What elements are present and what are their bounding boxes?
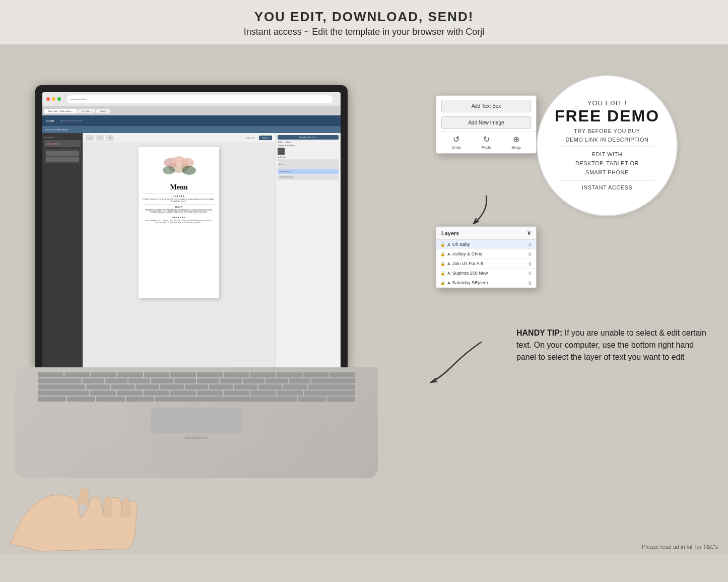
browser-chrome: corjl.com/orders [42,92,341,106]
thumb-1 [46,151,79,156]
you-edit-label: YOU EDIT ! [587,99,627,107]
top-banner: YOU EDIT, DOWNLOAD, SEND! Instant access… [0,0,728,45]
layer-item-oh-baby[interactable]: 🔒 A Oh Baby 🗑 [436,240,536,249]
delete-icon-3[interactable]: 🗑 [528,262,532,266]
arrow-to-layers-tip [426,337,486,387]
key [83,378,104,383]
toolbar-btn-3[interactable]: ↺ [106,135,114,141]
arrow-to-layers [456,191,496,231]
phone-label: SMART PHONE [585,169,629,175]
svg-point-5 [182,166,196,175]
toolbar-btn-2[interactable]: ✂ [96,135,104,141]
order-id: Order Id: 1509758194 [45,128,68,131]
keyboard-row-5 [28,397,365,402]
text-icon-5: A [447,281,450,285]
lock-icon-2: 🔒 [440,252,445,256]
key-opt-r [327,397,355,402]
key [170,372,196,377]
key [197,372,223,377]
entree-items: CRISPY PRAWN PUCK ROLL, SWEET YUZU CHERR… [143,199,215,203]
delete-icon-1[interactable]: 🗑 [528,242,532,247]
key-fn [38,397,66,402]
divider-3 [143,215,215,215]
key [220,378,241,383]
key [209,384,233,390]
key [329,372,355,377]
key [197,378,219,383]
right-panel-btn[interactable]: PLEASE JOIN US F... [278,135,339,140]
layers-item-2[interactable]: A SATURDAY AUGU... [278,175,339,180]
maximize-dot [57,97,61,101]
key [308,384,355,390]
floral-decoration [143,151,215,181]
devices-label: DESKTOP, TABLET OR [575,160,639,166]
key [136,384,159,390]
redo-label: Redo [482,145,491,150]
corjl-main: best items 1/1 ● INCOMPLETE [42,133,341,367]
divider-1 [143,193,215,194]
key [144,391,169,396]
tab-3[interactable]: Tab 3 [96,109,110,113]
main-label: MAIN [143,206,215,208]
trackpad[interactable] [151,408,242,433]
tab-2[interactable]: C – Ed... [78,109,95,113]
browser-url-bar[interactable]: corjl.com/orders [67,95,333,103]
hand-area [0,443,151,554]
key [250,391,276,396]
key-cmd-r [298,397,326,402]
main-items: BRAISED GUINNESS BEEF SHORT RIBS, ONION … [143,209,215,213]
free-demo-title: FREE DEMO [555,108,659,124]
key [38,378,82,383]
sidebar-item-1[interactable]: ● INCOMPLETE [44,140,81,147]
hand-svg [0,443,151,554]
key-ctrl [67,397,95,402]
undo-icon: ↺ [453,135,459,144]
divider-2 [143,204,215,205]
layers-panel: Layers ∨ 🔒 A Oh Baby 🗑 🔒 A Ashley & Chri… [436,226,537,288]
floral-svg [154,153,204,180]
layers-item-selected[interactable]: A PLEASE JOIN US... [278,169,339,174]
svg-point-6 [176,161,182,167]
layer-item-supinos[interactable]: 🔒 A Supinos 250 New 🗑 [436,269,536,278]
tab-active[interactable]: New Tab – Edit in Bro... [44,109,77,113]
page-indicator: Page 1/1 [246,137,255,139]
corjl-header: Corjl. MocasyPartyTemplates [42,115,341,126]
main-area: corjl.com/orders New Tab – Edit in Bro..… [0,45,728,554]
right-content: YOU EDIT ! FREE DEMO TRY BEFORE YOU BUY … [506,75,708,231]
keyboard-row-2 [28,378,365,383]
text-icon-4: A [447,271,450,276]
layer-item-saturday[interactable]: 🔒 A Saturday SEptem 🗑 [436,278,536,288]
menu-document: Menu ENTRÉE CRISPY PRAWN PUCK ROLL, SWEE… [139,147,219,298]
delete-icon-2[interactable]: 🗑 [528,252,532,256]
demo-link-label: DEMO LINK IN DESCRIPTION [566,136,649,144]
corjl-editor-area[interactable]: 🔍 ✂ ↺ Page 1/1 Orders [83,133,275,367]
lock-icon-3: 🔒 [440,262,445,266]
footer-text: Please read ad in full for T&C's [642,544,718,550]
key [303,372,329,377]
key-shift-r [304,391,355,396]
toolbar-btn-1[interactable]: 🔍 [86,135,94,141]
key-space [155,397,297,402]
style-text-label: Style Text [278,156,339,158]
key [258,384,282,390]
undo-item[interactable]: ↺ Undo [451,135,461,150]
redo-item[interactable]: ↻ Redo [482,135,491,150]
keyboard-row-3 [28,384,365,390]
key [224,391,249,396]
layer-item-ashley-chris[interactable]: 🔒 A Ashley & Chris 🗑 [436,249,536,259]
delete-icon-5[interactable]: 🗑 [528,281,532,285]
layer-name-supinos: Supinos 250 New [452,271,526,276]
orders-btn[interactable]: Orders [259,136,272,140]
layer-name-join-us: Join Us For A B [452,261,526,266]
corjl-toolbar: 🔍 ✂ ↺ Page 1/1 Orders [83,133,275,143]
handy-tip-label: HANDY TIP: [516,329,562,337]
layer-item-join-us[interactable]: 🔒 A Join Us For A B 🗑 [436,259,536,269]
key [250,372,276,377]
svg-point-4 [163,166,175,174]
layers-mini: ▲ Andy [278,159,339,169]
menu-title: Menu [143,183,215,191]
keyboard-row-1 [28,372,365,377]
dessert-label: DESSERT [143,216,215,219]
delete-icon-4[interactable]: 🗑 [528,271,532,276]
key [174,378,196,383]
